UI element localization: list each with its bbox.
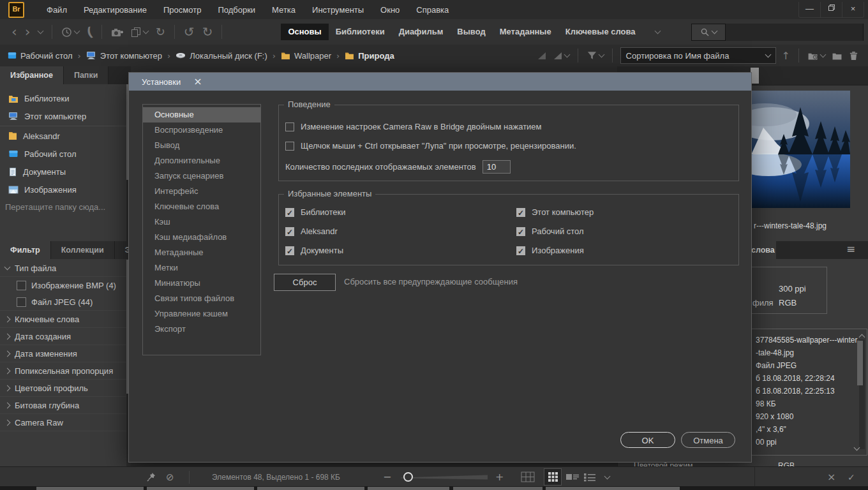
filter-option-bmp[interactable]: Изображение BMP (4)	[0, 277, 131, 293]
menu-tools[interactable]: Инструменты	[304, 1, 372, 19]
checkbox-checked[interactable]: ✓	[516, 246, 525, 255]
workspace-chevron-icon[interactable]	[652, 31, 664, 33]
boomerang-icon[interactable]: (	[80, 19, 99, 45]
checkbox-unchecked[interactable]	[17, 281, 26, 290]
nav-advanced[interactable]: Дополнительные	[143, 153, 260, 168]
view-options-chevron-icon[interactable]	[605, 467, 610, 487]
get-photos-button[interactable]	[107, 27, 127, 37]
filter-group-color-profile[interactable]: Цветовой профиль	[0, 380, 131, 397]
checkbox-checked[interactable]: ✓	[285, 246, 294, 255]
nav-general[interactable]: Основные	[143, 107, 260, 122]
nav-metadata[interactable]: Метаданные	[143, 245, 260, 260]
nav-output[interactable]: Вывод	[143, 138, 260, 153]
filter-group-camera-raw[interactable]: Camera Raw	[0, 414, 131, 431]
sidebar-item-documents[interactable]: Документы	[0, 163, 131, 181]
tab-libraries[interactable]: Библиотеки	[329, 24, 392, 40]
nav-keywords[interactable]: Ключевые слова	[143, 199, 260, 214]
recent-files-button[interactable]	[57, 27, 83, 38]
filter-funnel-icon[interactable]	[583, 51, 607, 60]
crumb-disk[interactable]: Локальный диск (F:)	[176, 51, 267, 61]
checkbox-unchecked[interactable]	[17, 297, 26, 307]
tab-essentials[interactable]: Основы	[281, 24, 328, 40]
menu-stacks[interactable]: Подборки	[209, 1, 264, 19]
menu-label[interactable]: Метка	[264, 1, 304, 19]
rating-filter-menu-icon[interactable]	[550, 52, 572, 60]
forward-button[interactable]: ›	[21, 20, 34, 44]
nav-thumbnails[interactable]: Миниатюры	[143, 276, 260, 291]
restore-button[interactable]	[820, 2, 842, 17]
search-input[interactable]	[725, 24, 863, 41]
checkbox-unchecked[interactable]	[285, 142, 294, 151]
sort-ascending-button[interactable]: ↑	[779, 50, 793, 62]
filter-group-date-modified[interactable]: Дата изменения	[0, 345, 131, 362]
sidebar-item-computer[interactable]: Этот компьютер	[0, 107, 131, 125]
panel-menu-icon[interactable]: ≡	[846, 242, 855, 255]
refresh-spinner-icon[interactable]: ↻	[152, 20, 169, 44]
menu-view[interactable]: Просмотр	[155, 1, 209, 19]
checkbox-checked[interactable]: ✓	[285, 208, 294, 217]
filter-option-jpeg[interactable]: Файл JPEG (44)	[0, 293, 131, 311]
grid-lock-icon[interactable]	[521, 467, 535, 487]
tab-favorites[interactable]: Избранное	[0, 66, 64, 84]
nav-playback[interactable]: Воспроизведение	[143, 122, 260, 138]
open-recent-folder-button[interactable]	[804, 52, 828, 60]
ok-button[interactable]: OK	[620, 432, 675, 448]
zoom-out-icon[interactable]: −	[383, 467, 391, 487]
checkbox-checked[interactable]: ✓	[516, 208, 525, 217]
menu-edit[interactable]: Редактирование	[75, 1, 155, 19]
undo-button[interactable]: ↺	[180, 20, 198, 44]
menu-window[interactable]: Окно	[372, 1, 408, 19]
tab-filter[interactable]: Фильтр	[0, 241, 51, 259]
menu-file[interactable]: Файл	[38, 1, 75, 19]
sort-dropdown[interactable]: Сортировка по Имя файла	[620, 47, 776, 64]
reject-icon[interactable]: ⊘	[166, 467, 174, 487]
cancel-button[interactable]: Отмена	[681, 432, 735, 448]
rating-filter-icon[interactable]	[534, 52, 550, 60]
tab-collections[interactable]: Коллекции	[51, 241, 115, 259]
filter-group-aspect-ratio[interactable]: Попиксельная пропорция	[0, 362, 131, 380]
nav-media-cache[interactable]: Кэш медиафайлов	[143, 230, 260, 245]
apply-metadata-icon[interactable]: ✓	[848, 467, 855, 487]
minimize-button[interactable]: —	[799, 2, 820, 17]
metadata-scrollbar[interactable]	[859, 339, 865, 449]
search-scope-chevron-icon[interactable]	[711, 28, 717, 34]
checkbox-checked[interactable]: ✓	[516, 227, 525, 236]
view-list-button[interactable]	[583, 467, 596, 487]
reject-metadata-icon[interactable]: ×	[827, 467, 835, 487]
tab-filmstrip[interactable]: Диафильм	[392, 24, 451, 40]
nav-file-type-assoc[interactable]: Связи типов файлов	[143, 291, 260, 306]
zoom-in-icon[interactable]: +	[495, 467, 504, 487]
tab-output[interactable]: Вывод	[450, 24, 492, 40]
nav-labels[interactable]: Метки	[143, 260, 260, 276]
recent-items-input[interactable]	[483, 160, 511, 174]
sidebar-item-pictures[interactable]: Изображения	[0, 181, 131, 198]
nav-cache[interactable]: Кэш	[143, 214, 260, 230]
sidebar-item-desktop[interactable]: Рабочий стол	[0, 145, 131, 163]
slider-thumb[interactable]	[403, 467, 413, 487]
crumb-computer[interactable]: Этот компьютер	[86, 51, 162, 61]
checkbox-unchecked[interactable]	[285, 122, 294, 131]
reset-button[interactable]: Сброс	[274, 274, 336, 291]
checkbox-checked[interactable]: ✓	[285, 227, 294, 236]
tab-folders[interactable]: Папки	[64, 66, 108, 84]
copy-files-button[interactable]	[127, 27, 152, 37]
tab-keywords[interactable]: Ключевые слова	[558, 24, 643, 40]
filter-group-file-type[interactable]: Тип файла	[0, 260, 131, 277]
filter-group-date-created[interactable]: Дата создания	[0, 328, 131, 345]
view-thumbnails-button[interactable]	[544, 467, 562, 487]
dialog-titlebar[interactable]: Установки ×	[129, 73, 751, 91]
filter-group-keywords[interactable]: Ключевые слова	[0, 311, 131, 328]
crumb-desktop[interactable]: Рабочий стол	[8, 51, 73, 61]
thumbnail-size-slider[interactable]	[401, 467, 488, 487]
redo-button[interactable]: ↻	[198, 20, 217, 44]
close-button[interactable]: ×	[842, 2, 864, 17]
crumb-wallpaper[interactable]: Wallpaper	[281, 51, 331, 61]
nav-interface[interactable]: Интерфейс	[143, 184, 260, 199]
pin-icon[interactable]	[147, 467, 156, 487]
new-folder-button[interactable]	[828, 52, 846, 60]
delete-trash-button[interactable]	[846, 51, 862, 61]
tab-metadata[interactable]: Метаданные	[493, 24, 558, 40]
filter-group-bit-depth[interactable]: Битовая глубина	[0, 397, 131, 414]
crumb-priroda[interactable]: Природа	[345, 51, 394, 61]
view-details-button[interactable]	[565, 467, 580, 487]
